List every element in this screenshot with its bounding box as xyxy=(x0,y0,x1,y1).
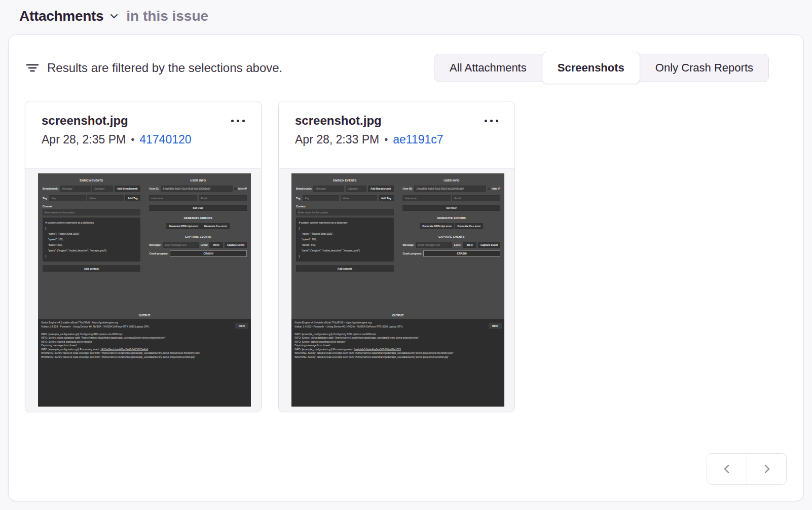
crash-button: CRASH! xyxy=(424,250,500,257)
level-select: INFO xyxy=(210,242,223,248)
card-filename: screenshot.jpg xyxy=(295,114,382,128)
segment-all-attachments[interactable]: All Attachments xyxy=(434,54,542,82)
filter-note-text: Results are filtered by the selections a… xyxy=(47,61,282,75)
card-body: ENRICH EVENTS Breadcrumb: Message Catego… xyxy=(25,168,261,412)
tag-label: Tag: xyxy=(43,197,48,200)
event-id-link[interactable]: ae1191c7 xyxy=(393,133,443,147)
capture-events-title: CAPTURE EVENTS xyxy=(403,233,501,242)
level-select: INFO xyxy=(463,242,476,248)
output-title: OUTPUT xyxy=(38,311,251,319)
context-label: Context xyxy=(43,205,140,208)
card-header: screenshot.jpg Apr 28, 2:35 PM • 4174012… xyxy=(25,101,261,168)
capture-event-button: Capture Event xyxy=(225,242,247,248)
user-info-title: USER INFO xyxy=(150,176,247,186)
log-level-filter-button: INFO xyxy=(489,323,502,329)
card-filename: screenshot.jpg xyxy=(42,114,128,128)
infer-ip-label: Infer IP xyxy=(492,187,500,190)
console-warning-lines: WARNING: Sentry: failed to read envelope… xyxy=(41,351,248,359)
breadcrumb-category-input: Category xyxy=(346,186,366,192)
card-date: Apr 28, 2:33 PM xyxy=(295,133,379,147)
context-label: Context xyxy=(296,205,394,208)
attachment-card: screenshot.jpg Apr 28, 2:33 PM • ae1191c… xyxy=(278,101,515,412)
message-input: Enter message text xyxy=(416,242,452,248)
capture-events-title: CAPTURE EVENTS xyxy=(150,233,247,242)
card-header: screenshot.jpg Apr 28, 2:33 PM • ae1191c… xyxy=(279,101,514,168)
card-menu-button[interactable] xyxy=(230,116,246,126)
card-date: Apr 28, 2:35 PM xyxy=(42,133,126,147)
attachment-filter-segmented-control: All Attachments Screenshots Only Crash R… xyxy=(434,54,769,82)
console-log-lines: Godot Engine v4.3.stable.official.77dcf9… xyxy=(41,321,248,348)
segment-only-crash-reports[interactable]: Only Crash Reports xyxy=(640,54,768,82)
event-id-link[interactable]: 41740120 xyxy=(139,133,191,147)
context-code-editor: # custom context expressed as a dictiona… xyxy=(296,218,394,262)
attachments-panel: Results are filtered by the selections a… xyxy=(8,34,804,501)
processing-event-id: 1433ad9e-dcbe-486a-7e42-7415887e4fa6 xyxy=(100,348,148,351)
segment-screenshots[interactable]: Screenshots xyxy=(542,52,640,84)
breadcrumb-message-input: Message xyxy=(60,186,91,192)
page-title-suffix: in this issue xyxy=(126,8,208,24)
cards-grid: screenshot.jpg Apr 28, 2:35 PM • 4174012… xyxy=(9,82,803,412)
generate-errors-title: GENERATE ERRORS xyxy=(150,211,247,223)
user-id-input: 14ac686b-6a6d-42c3-6515-bb130f083a59 xyxy=(414,186,486,192)
pagination xyxy=(707,453,787,485)
console-log-lines: Godot Engine v4.3.stable.official.77dcf9… xyxy=(294,321,501,348)
attachment-thumbnail[interactable]: ENRICH EVENTS Breadcrumb: Message Catego… xyxy=(38,173,251,407)
log-level-filter-button: INFO xyxy=(235,323,248,329)
tag-key-input: Key xyxy=(50,195,86,201)
message-label: Message: xyxy=(403,243,415,246)
add-tag-button: Add Tag xyxy=(379,195,394,201)
crash-button: CRASH! xyxy=(170,250,247,257)
ellipsis-icon xyxy=(231,120,245,122)
tag-key-input: Key xyxy=(303,195,339,201)
set-user-button: Set User xyxy=(150,205,247,211)
attachment-thumbnail[interactable]: ENRICH EVENTS Breadcrumb: Message Catego… xyxy=(291,173,504,407)
tag-value-input: Value xyxy=(87,195,123,201)
message-input: Enter message text xyxy=(163,242,199,248)
generate-cpp-error-button: Generate C++ error xyxy=(455,223,484,229)
chevron-down-icon xyxy=(109,11,119,21)
attachment-card: screenshot.jpg Apr 28, 2:35 PM • 4174012… xyxy=(25,101,262,412)
ellipsis-icon xyxy=(485,120,498,122)
chevron-right-icon xyxy=(761,463,772,475)
set-user-button: Set User xyxy=(403,205,501,211)
generate-gdscript-error-button: Generate GDScript error xyxy=(420,223,454,229)
filter-lines-icon xyxy=(26,62,39,74)
infer-ip-label: Infer IP xyxy=(238,187,247,190)
infer-ip-checkbox xyxy=(234,188,237,190)
prev-page-button[interactable] xyxy=(707,454,747,484)
add-context-button: Add context xyxy=(43,266,140,272)
username-input: Username xyxy=(403,195,451,201)
infer-ip-checkbox xyxy=(488,188,490,190)
generate-errors-title: GENERATE ERRORS xyxy=(403,211,501,223)
capture-event-button: Capture Event xyxy=(478,242,500,248)
next-page-button[interactable] xyxy=(747,454,786,484)
enrich-events-title: ENRICH EVENTS xyxy=(296,176,394,186)
add-context-button: Add context xyxy=(296,266,394,272)
page-header: Attachments in this issue xyxy=(0,0,812,24)
card-body: ENRICH EVENTS Breadcrumb: Message Catego… xyxy=(279,168,514,412)
output-title: OUTPUT xyxy=(291,311,504,319)
username-input: Username xyxy=(150,195,198,201)
context-name-input: Enter name for the context xyxy=(43,209,140,215)
level-label: Level: xyxy=(454,243,461,246)
user-id-label: User ID: xyxy=(150,187,159,190)
add-breadcrumb-button: Add Breadcrumb xyxy=(368,186,394,192)
card-menu-button[interactable] xyxy=(484,116,499,126)
thumbnail-app-screenshot: ENRICH EVENTS Breadcrumb: Message Catego… xyxy=(291,173,504,407)
dot-separator: • xyxy=(131,134,134,145)
breadcrumb-label: Breadcrumb: xyxy=(296,187,312,190)
toolbar: Results are filtered by the selections a… xyxy=(9,35,803,82)
attachments-type-selector[interactable]: Attachments xyxy=(19,8,119,24)
level-label: Level: xyxy=(201,243,208,246)
user-info-title: USER INFO xyxy=(403,176,501,186)
filter-note: Results are filtered by the selections a… xyxy=(26,61,282,75)
output-console: Godot Engine v4.3.stable.official.77dcf9… xyxy=(38,319,251,407)
breadcrumb-message-input: Message xyxy=(314,186,344,192)
dot-separator: • xyxy=(384,134,388,145)
email-input: Email xyxy=(453,195,501,201)
console-processing-line: INFO: [example_configuration.gd] Process… xyxy=(294,347,501,351)
generate-gdscript-error-button: Generate GDScript error xyxy=(166,223,201,229)
thumbnail-app-screenshot: ENRICH EVENTS Breadcrumb: Message Catego… xyxy=(38,173,251,407)
context-name-input: Enter name for the context xyxy=(296,209,394,215)
chevron-left-icon xyxy=(721,463,732,475)
